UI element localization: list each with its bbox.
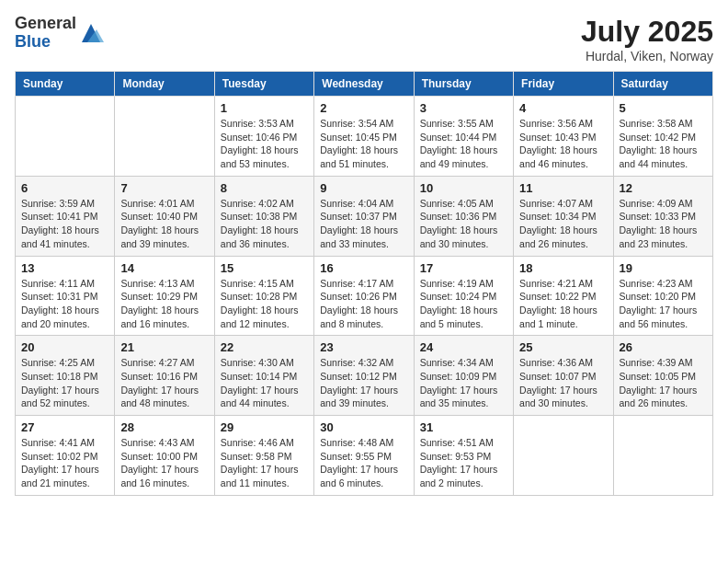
calendar-cell: 19 Sunrise: 4:23 AM Sunset: 10:20 PM Day…: [613, 256, 712, 336]
day-number: 1: [221, 101, 308, 115]
day-number: 11: [519, 181, 607, 195]
day-number: 21: [120, 340, 208, 354]
day-detail: Sunrise: 4:04 AM Sunset: 10:37 PM Daylig…: [320, 197, 407, 251]
day-detail: Sunrise: 3:55 AM Sunset: 10:44 PM Daylig…: [420, 117, 507, 171]
calendar-cell: 30 Sunrise: 4:48 AM Sunset: 9:55 PM Dayl…: [314, 416, 414, 496]
weekday-header-wednesday: Wednesday: [314, 72, 414, 97]
calendar-cell: 4 Sunrise: 3:56 AM Sunset: 10:43 PM Dayl…: [514, 97, 613, 177]
day-number: 24: [420, 340, 507, 354]
calendar-week-5: 27 Sunrise: 4:41 AM Sunset: 10:02 PM Day…: [16, 416, 713, 496]
day-detail: Sunrise: 4:23 AM Sunset: 10:20 PM Daylig…: [620, 277, 707, 331]
day-number: 17: [420, 261, 507, 275]
calendar-cell: 24 Sunrise: 4:34 AM Sunset: 10:09 PM Day…: [414, 336, 513, 416]
weekday-header-friday: Friday: [514, 72, 613, 97]
calendar-cell: 14 Sunrise: 4:13 AM Sunset: 10:29 PM Day…: [115, 256, 214, 336]
day-number: 27: [21, 420, 108, 434]
day-detail: Sunrise: 4:39 AM Sunset: 10:05 PM Daylig…: [620, 356, 707, 410]
day-detail: Sunrise: 4:13 AM Sunset: 10:29 PM Daylig…: [120, 277, 208, 331]
calendar-cell: 28 Sunrise: 4:43 AM Sunset: 10:00 PM Day…: [115, 416, 214, 496]
calendar-cell: 8 Sunrise: 4:02 AM Sunset: 10:38 PM Dayl…: [214, 176, 313, 256]
calendar-week-2: 6 Sunrise: 3:59 AM Sunset: 10:41 PM Dayl…: [16, 176, 713, 256]
day-detail: Sunrise: 4:43 AM Sunset: 10:00 PM Daylig…: [120, 436, 208, 490]
day-detail: Sunrise: 4:19 AM Sunset: 10:24 PM Daylig…: [420, 277, 507, 331]
day-detail: Sunrise: 4:05 AM Sunset: 10:36 PM Daylig…: [420, 197, 507, 251]
weekday-header-thursday: Thursday: [414, 72, 513, 97]
day-number: 4: [519, 101, 607, 115]
day-number: 26: [620, 340, 707, 354]
day-number: 29: [221, 420, 308, 434]
calendar-cell: 25 Sunrise: 4:36 AM Sunset: 10:07 PM Day…: [514, 336, 613, 416]
weekday-header-tuesday: Tuesday: [214, 72, 313, 97]
day-number: 30: [320, 420, 407, 434]
title-block: July 2025 Hurdal, Viken, Norway: [581, 15, 713, 63]
day-detail: Sunrise: 4:30 AM Sunset: 10:14 PM Daylig…: [221, 356, 308, 410]
calendar-cell: 13 Sunrise: 4:11 AM Sunset: 10:31 PM Day…: [16, 256, 115, 336]
day-number: 15: [221, 261, 308, 275]
location: Hurdal, Viken, Norway: [581, 49, 713, 63]
calendar-cell: [514, 416, 613, 496]
calendar-cell: 6 Sunrise: 3:59 AM Sunset: 10:41 PM Dayl…: [16, 176, 115, 256]
day-detail: Sunrise: 3:56 AM Sunset: 10:43 PM Daylig…: [519, 117, 607, 171]
calendar-cell: 2 Sunrise: 3:54 AM Sunset: 10:45 PM Dayl…: [314, 97, 414, 177]
day-number: 31: [420, 420, 507, 434]
calendar-cell: 17 Sunrise: 4:19 AM Sunset: 10:24 PM Day…: [414, 256, 513, 336]
calendar-week-4: 20 Sunrise: 4:25 AM Sunset: 10:18 PM Day…: [16, 336, 713, 416]
calendar-cell: 7 Sunrise: 4:01 AM Sunset: 10:40 PM Dayl…: [115, 176, 214, 256]
day-number: 12: [620, 181, 707, 195]
day-number: 25: [519, 340, 607, 354]
calendar-cell: 18 Sunrise: 4:21 AM Sunset: 10:22 PM Day…: [514, 256, 613, 336]
month-title: July 2025: [581, 15, 713, 49]
calendar-cell: 23 Sunrise: 4:32 AM Sunset: 10:12 PM Day…: [314, 336, 414, 416]
weekday-header-monday: Monday: [115, 72, 214, 97]
day-number: 22: [221, 340, 308, 354]
calendar-cell: 27 Sunrise: 4:41 AM Sunset: 10:02 PM Day…: [16, 416, 115, 496]
day-detail: Sunrise: 3:53 AM Sunset: 10:46 PM Daylig…: [221, 117, 308, 171]
calendar-cell: 16 Sunrise: 4:17 AM Sunset: 10:26 PM Day…: [314, 256, 414, 336]
logo-icon: [78, 20, 104, 46]
day-detail: Sunrise: 4:07 AM Sunset: 10:34 PM Daylig…: [519, 197, 607, 251]
day-number: 19: [620, 261, 707, 275]
day-detail: Sunrise: 4:48 AM Sunset: 9:55 PM Dayligh…: [320, 436, 407, 490]
calendar-cell: 22 Sunrise: 4:30 AM Sunset: 10:14 PM Day…: [214, 336, 313, 416]
calendar-cell: [16, 97, 115, 177]
calendar-cell: 20 Sunrise: 4:25 AM Sunset: 10:18 PM Day…: [16, 336, 115, 416]
day-number: 3: [420, 101, 507, 115]
page-header: General Blue July 2025 Hurdal, Viken, No…: [15, 15, 713, 63]
day-detail: Sunrise: 4:27 AM Sunset: 10:16 PM Daylig…: [120, 356, 208, 410]
day-detail: Sunrise: 4:25 AM Sunset: 10:18 PM Daylig…: [21, 356, 108, 410]
day-detail: Sunrise: 4:17 AM Sunset: 10:26 PM Daylig…: [320, 277, 407, 331]
day-number: 28: [120, 420, 208, 434]
weekday-header-saturday: Saturday: [613, 72, 712, 97]
day-detail: Sunrise: 4:09 AM Sunset: 10:33 PM Daylig…: [620, 197, 707, 251]
calendar-cell: 15 Sunrise: 4:15 AM Sunset: 10:28 PM Day…: [214, 256, 313, 336]
day-number: 16: [320, 261, 407, 275]
day-detail: Sunrise: 3:58 AM Sunset: 10:42 PM Daylig…: [620, 117, 707, 171]
calendar-cell: [115, 97, 214, 177]
calendar-cell: 21 Sunrise: 4:27 AM Sunset: 10:16 PM Day…: [115, 336, 214, 416]
day-number: 20: [21, 340, 108, 354]
day-number: 5: [620, 101, 707, 115]
day-number: 23: [320, 340, 407, 354]
day-number: 7: [120, 181, 208, 195]
calendar-week-3: 13 Sunrise: 4:11 AM Sunset: 10:31 PM Day…: [16, 256, 713, 336]
day-number: 10: [420, 181, 507, 195]
day-number: 9: [320, 181, 407, 195]
calendar-cell: 5 Sunrise: 3:58 AM Sunset: 10:42 PM Dayl…: [613, 97, 712, 177]
calendar-table: SundayMondayTuesdayWednesdayThursdayFrid…: [15, 71, 713, 496]
day-detail: Sunrise: 4:21 AM Sunset: 10:22 PM Daylig…: [519, 277, 607, 331]
day-number: 14: [120, 261, 208, 275]
calendar-cell: 31 Sunrise: 4:51 AM Sunset: 9:53 PM Dayl…: [414, 416, 513, 496]
calendar-cell: 11 Sunrise: 4:07 AM Sunset: 10:34 PM Day…: [514, 176, 613, 256]
logo-text: General Blue: [15, 15, 76, 52]
day-number: 2: [320, 101, 407, 115]
day-detail: Sunrise: 4:02 AM Sunset: 10:38 PM Daylig…: [221, 197, 308, 251]
day-detail: Sunrise: 4:11 AM Sunset: 10:31 PM Daylig…: [21, 277, 108, 331]
calendar-cell: 9 Sunrise: 4:04 AM Sunset: 10:37 PM Dayl…: [314, 176, 414, 256]
calendar-cell: 1 Sunrise: 3:53 AM Sunset: 10:46 PM Dayl…: [214, 97, 313, 177]
calendar-cell: [613, 416, 712, 496]
calendar-header: SundayMondayTuesdayWednesdayThursdayFrid…: [16, 72, 713, 97]
day-number: 18: [519, 261, 607, 275]
day-detail: Sunrise: 4:46 AM Sunset: 9:58 PM Dayligh…: [221, 436, 308, 490]
day-detail: Sunrise: 3:59 AM Sunset: 10:41 PM Daylig…: [21, 197, 108, 251]
calendar-week-1: 1 Sunrise: 3:53 AM Sunset: 10:46 PM Dayl…: [16, 97, 713, 177]
